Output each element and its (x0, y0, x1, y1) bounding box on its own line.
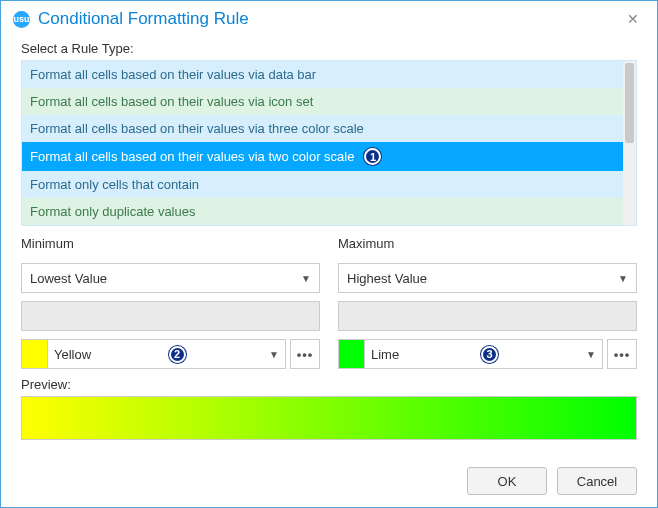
rule-list-scrollbar[interactable] (623, 61, 636, 225)
minimum-label: Minimum (21, 236, 320, 251)
rule-type-label: Select a Rule Type: (21, 41, 637, 56)
rule-option-label: Format all cells based on their values v… (30, 121, 364, 136)
rule-option-label: Format only cells that contain (30, 177, 199, 192)
rule-type-listbox: Format all cells based on their values v… (21, 60, 637, 226)
chevron-down-icon: ▼ (618, 273, 628, 284)
scrollbar-thumb[interactable] (625, 63, 634, 143)
maximum-type-value: Highest Value (347, 271, 427, 286)
annotation-marker-2: 2 (169, 346, 186, 363)
minimum-type-dropdown[interactable]: Lowest Value ▼ (21, 263, 320, 293)
close-button[interactable]: ✕ (621, 9, 645, 29)
cancel-button[interactable]: Cancel (557, 467, 637, 495)
rule-option-duplicate[interactable]: Format only duplicate values (22, 198, 623, 225)
chevron-down-icon: ▼ (586, 349, 596, 360)
rule-option-three-color[interactable]: Format all cells based on their values v… (22, 115, 623, 142)
minimum-color-dropdown[interactable]: Yellow 2 ▼ (21, 339, 286, 369)
gradient-preview (21, 396, 637, 440)
annotation-marker-1: 1 (364, 148, 381, 165)
minimum-value-input (21, 301, 320, 331)
annotation-marker-3: 3 (481, 346, 498, 363)
minimum-color-name: Yellow (54, 347, 91, 362)
maximum-color-swatch (339, 340, 365, 368)
maximum-color-name: Lime (371, 347, 399, 362)
rule-option-two-color[interactable]: Format all cells based on their values v… (22, 142, 623, 171)
maximum-label: Maximum (338, 236, 637, 251)
rule-option-icon-set[interactable]: Format all cells based on their values v… (22, 88, 623, 115)
dialog-body: Select a Rule Type: Format all cells bas… (1, 35, 657, 507)
window-title: Conditional Formatting Rule (38, 9, 249, 29)
rule-option-label: Format all cells based on their values v… (30, 94, 313, 109)
rule-type-list: Format all cells based on their values v… (22, 61, 623, 225)
rule-option-label: Format all cells based on their values v… (30, 67, 316, 82)
minimum-color-swatch (22, 340, 48, 368)
minimum-type-value: Lowest Value (30, 271, 107, 286)
chevron-down-icon: ▼ (269, 349, 279, 360)
chevron-down-icon: ▼ (301, 273, 311, 284)
maximum-color-dropdown[interactable]: Lime 3 ▼ (338, 339, 603, 369)
dialog-footer: OK Cancel (21, 461, 637, 495)
maximum-type-dropdown[interactable]: Highest Value ▼ (338, 263, 637, 293)
rule-option-contains[interactable]: Format only cells that contain (22, 171, 623, 198)
preview-label: Preview: (21, 377, 637, 392)
rule-option-data-bar[interactable]: Format all cells based on their values v… (22, 61, 623, 88)
minimum-color-more-button[interactable]: ••• (290, 339, 320, 369)
app-logo-icon: usu (13, 11, 30, 28)
titlebar: usu Conditional Formatting Rule ✕ (1, 1, 657, 35)
maximum-value-input (338, 301, 637, 331)
rule-option-label: Format only duplicate values (30, 204, 195, 219)
ok-button[interactable]: OK (467, 467, 547, 495)
dialog-window: usu Conditional Formatting Rule ✕ Select… (0, 0, 658, 508)
maximum-color-more-button[interactable]: ••• (607, 339, 637, 369)
rule-option-label: Format all cells based on their values v… (30, 149, 354, 164)
